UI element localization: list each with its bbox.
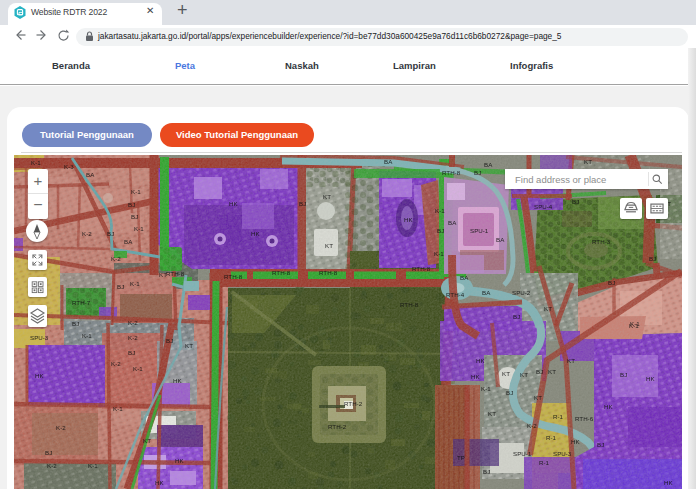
svg-text:HK: HK <box>471 373 480 380</box>
svg-text:RTH-8: RTH-8 <box>442 169 461 176</box>
svg-text:RTH-7: RTH-7 <box>72 299 91 306</box>
svg-text:BJ: BJ <box>437 227 444 234</box>
svg-text:TP: TP <box>457 454 465 461</box>
svg-text:HK: HK <box>476 357 485 364</box>
svg-text:BJ: BJ <box>128 349 135 356</box>
svg-text:HK: HK <box>173 377 182 384</box>
svg-text:BJ: BJ <box>506 389 513 396</box>
svg-text:SPU-3: SPU-3 <box>553 450 572 457</box>
svg-text:RTH-4: RTH-4 <box>446 291 465 298</box>
svg-text:KT: KT <box>143 437 151 444</box>
svg-text:K-2: K-2 <box>82 230 92 237</box>
svg-text:RTH-8: RTH-8 <box>224 273 243 280</box>
svg-text:KT: KT <box>567 357 575 364</box>
svg-text:R-1: R-1 <box>546 434 557 441</box>
svg-text:K-2: K-2 <box>111 360 121 367</box>
svg-text:BJ: BJ <box>72 320 79 327</box>
svg-text:K-1: K-1 <box>481 385 491 392</box>
svg-text:BA: BA <box>86 171 95 178</box>
svg-text:K-1: K-1 <box>434 250 444 257</box>
svg-text:BJ: BJ <box>620 371 627 378</box>
svg-text:HK: HK <box>175 457 184 464</box>
svg-text:K-1: K-1 <box>134 225 144 232</box>
svg-text:RTH-8: RTH-8 <box>166 270 185 277</box>
svg-text:RTH-8: RTH-8 <box>412 265 431 272</box>
svg-text:BA: BA <box>124 238 133 245</box>
svg-text:HK: HK <box>155 479 164 486</box>
svg-text:KT: KT <box>520 371 528 378</box>
svg-text:BA: BA <box>482 289 491 296</box>
svg-text:BA: BA <box>460 274 469 281</box>
svg-text:K-2: K-2 <box>128 319 138 326</box>
svg-text:BA: BA <box>384 158 393 165</box>
svg-text:KT: KT <box>325 242 333 249</box>
svg-text:HK: HK <box>251 230 260 237</box>
svg-text:K-1: K-1 <box>82 332 92 339</box>
svg-text:KT: KT <box>323 193 331 200</box>
svg-text:SPU-4: SPU-4 <box>534 203 553 210</box>
svg-text:K-3: K-3 <box>64 163 74 170</box>
svg-text:BJ: BJ <box>572 198 579 205</box>
svg-text:K-2: K-2 <box>56 424 66 431</box>
svg-text:RTH-2: RTH-2 <box>328 423 347 430</box>
svg-text:BJ: BJ <box>597 441 604 448</box>
svg-text:K-2: K-2 <box>111 255 121 262</box>
svg-text:BJ: BJ <box>128 201 135 208</box>
svg-text:BJ: BJ <box>107 230 114 237</box>
svg-text:BJ: BJ <box>649 255 656 262</box>
svg-text:KT: KT <box>534 394 542 401</box>
svg-text:K-1: K-1 <box>88 462 98 469</box>
svg-text:HK: HK <box>664 479 673 486</box>
svg-text:HK: HK <box>35 372 44 379</box>
svg-text:HK: HK <box>571 438 580 445</box>
svg-text:KT: KT <box>488 410 496 417</box>
svg-text:HK: HK <box>646 375 655 382</box>
svg-text:BJ: BJ <box>536 368 543 375</box>
svg-text:BJ: BJ <box>45 449 52 456</box>
svg-text:SPU-2: SPU-2 <box>512 289 531 296</box>
svg-text:BJ: BJ <box>513 313 520 320</box>
svg-text:K-2: K-2 <box>47 462 57 469</box>
svg-text:HK: HK <box>229 200 238 207</box>
svg-text:BJ: BJ <box>299 200 306 207</box>
svg-text:BJ: BJ <box>474 169 481 176</box>
svg-text:HK: HK <box>404 216 413 223</box>
svg-text:RTH-3: RTH-3 <box>592 238 611 245</box>
svg-text:KT: KT <box>185 342 193 349</box>
svg-text:RTH-8: RTH-8 <box>319 269 338 276</box>
svg-text:SPU-1: SPU-1 <box>513 450 532 457</box>
svg-text:K-1: K-1 <box>133 365 143 372</box>
svg-text:HK: HK <box>604 403 613 410</box>
svg-text:KT: KT <box>502 370 510 377</box>
svg-text:K-1: K-1 <box>435 207 445 214</box>
svg-text:RTH-8: RTH-8 <box>400 301 419 308</box>
svg-text:BJ: BJ <box>117 283 124 290</box>
svg-text:BJ: BJ <box>608 279 615 286</box>
svg-text:K-1: K-1 <box>31 159 41 166</box>
svg-text:K-1: K-1 <box>629 322 639 329</box>
svg-text:BA: BA <box>448 219 457 226</box>
svg-text:KT: KT <box>584 158 592 165</box>
svg-text:SPU-3: SPU-3 <box>30 334 49 341</box>
svg-text:K-1: K-1 <box>130 280 140 287</box>
svg-text:R-1: R-1 <box>539 459 550 466</box>
svg-text:K-2: K-2 <box>527 422 537 429</box>
svg-text:K-1: K-1 <box>131 188 141 195</box>
svg-text:SPU-1: SPU-1 <box>470 227 489 234</box>
svg-text:K-1: K-1 <box>113 405 123 412</box>
svg-text:RTH-6: RTH-6 <box>575 415 594 422</box>
svg-text:RTH-8: RTH-8 <box>272 269 291 276</box>
svg-text:RTH-2: RTH-2 <box>344 400 363 407</box>
svg-text:BJ: BJ <box>483 468 490 475</box>
svg-text:K-2: K-2 <box>128 334 138 341</box>
svg-text:KT: KT <box>544 305 552 312</box>
svg-text:BA: BA <box>496 236 505 243</box>
svg-text:BA: BA <box>484 161 493 168</box>
svg-text:KT: KT <box>159 271 167 278</box>
svg-text:BJ: BJ <box>166 337 173 344</box>
svg-text:BJ: BJ <box>131 213 138 220</box>
svg-text:KT: KT <box>548 368 556 375</box>
svg-text:R-1: R-1 <box>553 413 564 420</box>
